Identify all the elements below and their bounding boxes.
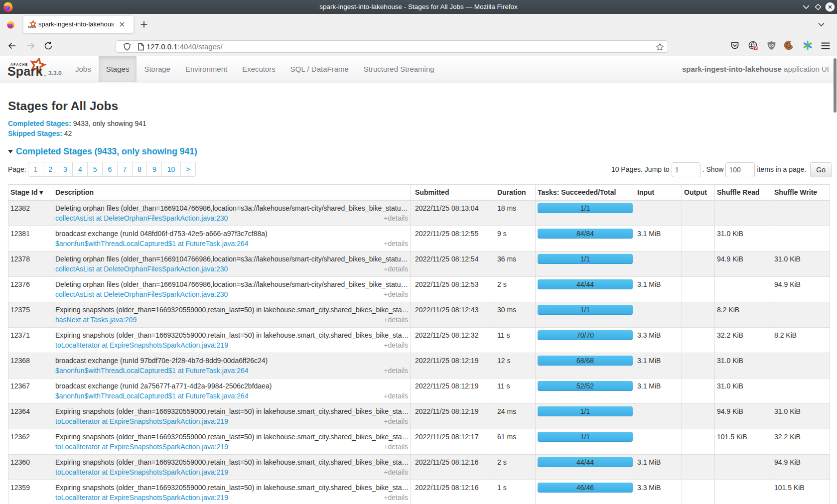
svg-text:UO: UO	[769, 44, 774, 47]
svg-text:Spark: Spark	[7, 64, 42, 78]
svg-text:™: ™	[43, 75, 46, 78]
svg-text:Spark: Spark	[28, 25, 36, 28]
